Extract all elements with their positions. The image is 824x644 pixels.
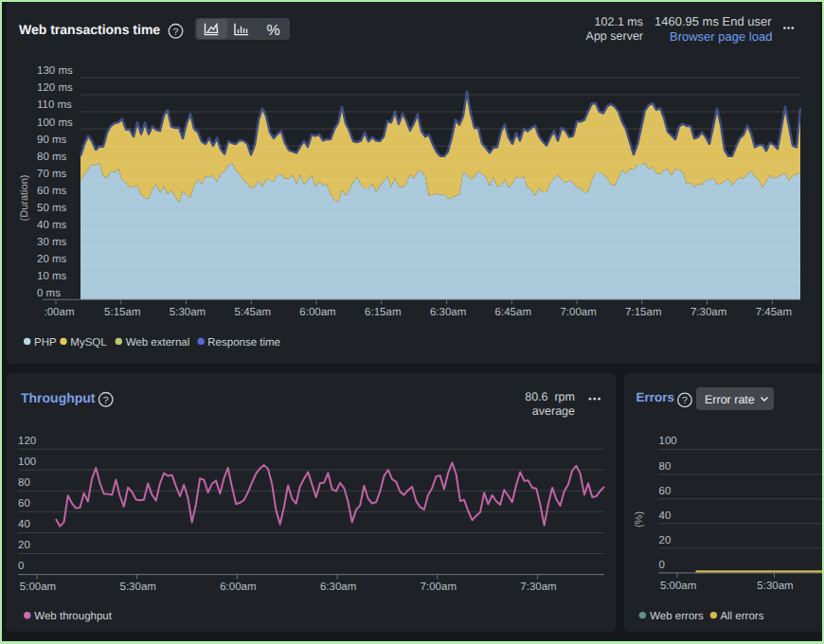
- svg-text:20: 20: [659, 535, 672, 546]
- svg-text:(%): (%): [634, 511, 645, 528]
- svg-text:100: 100: [659, 436, 677, 447]
- svg-text:?: ?: [682, 395, 688, 406]
- svg-text:40: 40: [659, 510, 672, 522]
- svg-text:60: 60: [659, 486, 672, 497]
- svg-text:5:30am: 5:30am: [757, 581, 793, 592]
- svg-text:80: 80: [659, 461, 672, 473]
- svg-text:All errors: All errors: [720, 611, 763, 622]
- svg-text:5:00am: 5:00am: [660, 581, 696, 592]
- svg-text:0: 0: [659, 560, 665, 571]
- svg-text:Web errors: Web errors: [650, 611, 704, 622]
